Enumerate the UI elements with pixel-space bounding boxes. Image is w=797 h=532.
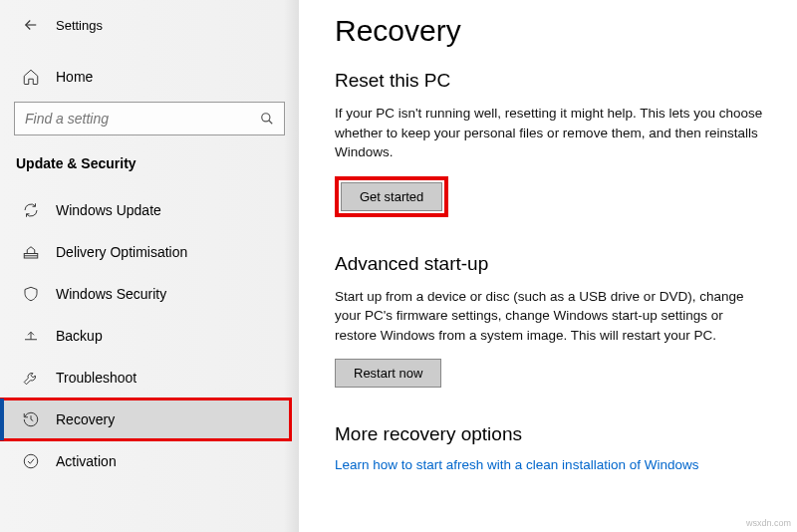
clean-install-link[interactable]: Learn how to start afresh with a clean i…: [335, 457, 698, 472]
reset-description: If your PC isn't running well, resetting…: [335, 104, 767, 162]
history-icon: [22, 410, 40, 428]
home-label: Home: [56, 69, 93, 85]
reset-title: Reset this PC: [335, 70, 767, 92]
svg-line-1: [269, 121, 273, 125]
home-icon: [22, 68, 40, 86]
more-title: More recovery options: [335, 423, 767, 445]
sidebar-item-label: Troubleshoot: [56, 370, 136, 386]
sidebar-item-label: Windows Update: [56, 202, 161, 218]
sidebar-item-delivery-optimisation[interactable]: Delivery Optimisation: [0, 231, 299, 273]
search-input-container[interactable]: [14, 102, 285, 135]
sidebar-item-label: Delivery Optimisation: [56, 244, 187, 260]
delivery-icon: [22, 243, 40, 261]
advanced-title: Advanced start-up: [335, 253, 767, 275]
search-icon: [260, 112, 274, 126]
watermark: wsxdn.com: [746, 518, 791, 528]
sidebar-item-windows-security[interactable]: Windows Security: [0, 273, 299, 315]
sidebar-item-troubleshoot[interactable]: Troubleshoot: [0, 357, 299, 399]
sidebar-item-windows-update[interactable]: Windows Update: [0, 189, 299, 231]
search-input[interactable]: [25, 111, 260, 127]
restart-now-button[interactable]: Restart now: [335, 359, 441, 388]
page-title: Recovery: [335, 14, 767, 48]
home-nav-item[interactable]: Home: [14, 60, 299, 102]
check-circle-icon: [22, 452, 40, 470]
nav-list: Windows Update Delivery Optimisation Win…: [14, 189, 299, 482]
sidebar-item-backup[interactable]: Backup: [0, 315, 299, 357]
category-label: Update & Security: [16, 155, 299, 171]
sidebar-item-label: Backup: [56, 328, 103, 344]
advanced-section: Advanced start-up Start up from a device…: [335, 253, 767, 389]
back-arrow-icon[interactable]: [20, 14, 42, 36]
svg-point-0: [262, 114, 270, 122]
main-content: Recovery Reset this PC If your PC isn't …: [299, 0, 797, 532]
get-started-highlight: Get started: [335, 176, 448, 217]
get-started-button[interactable]: Get started: [341, 182, 442, 211]
sidebar: Settings Home Update & Security Windows …: [0, 0, 299, 532]
sidebar-item-activation[interactable]: Activation: [0, 440, 299, 482]
svg-point-3: [24, 454, 38, 468]
reset-section: Reset this PC If your PC isn't running w…: [335, 70, 767, 217]
sidebar-item-recovery[interactable]: Recovery: [0, 399, 291, 440]
app-title: Settings: [56, 18, 103, 33]
sidebar-item-label: Activation: [56, 453, 117, 469]
sidebar-item-label: Recovery: [56, 411, 115, 427]
header-row: Settings: [14, 14, 299, 36]
advanced-description: Start up from a device or disc (such as …: [335, 287, 767, 346]
sidebar-item-label: Windows Security: [56, 286, 166, 302]
more-section: More recovery options Learn how to start…: [335, 423, 767, 472]
wrench-icon: [22, 369, 40, 387]
sync-icon: [22, 201, 40, 219]
shield-icon: [22, 285, 40, 303]
backup-icon: [22, 327, 40, 345]
